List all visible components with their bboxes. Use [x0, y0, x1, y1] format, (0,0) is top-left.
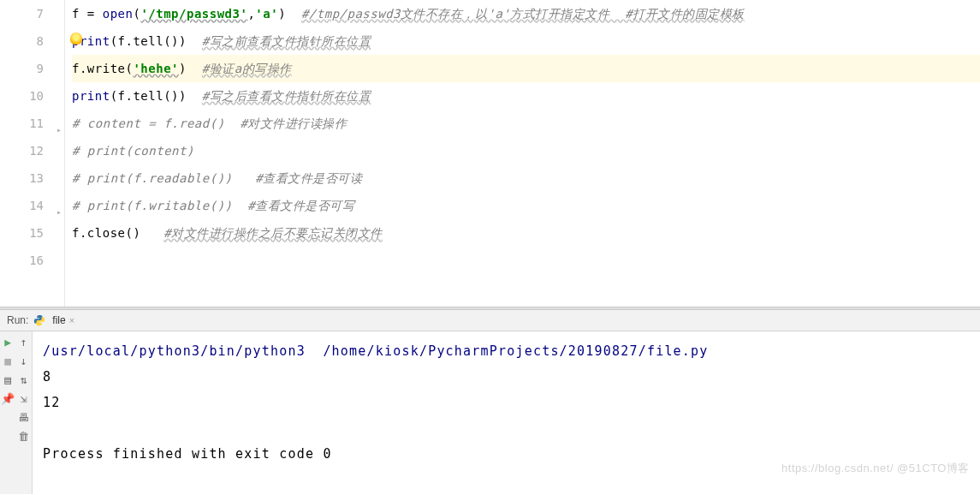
scroll-icon[interactable]: ⇲: [17, 391, 31, 405]
line-number: 11: [0, 110, 44, 137]
code-line-8[interactable]: print(f.tell()) #写之前查看文件指针所在位置: [72, 27, 980, 55]
code-line-13[interactable]: # print(f.readable()) #查看文件是否可读: [72, 164, 980, 192]
code-line-12[interactable]: # print(content): [72, 137, 980, 164]
console-command: /usr/local/python3/bin/python3 /home/kio…: [43, 338, 970, 364]
code-line-15[interactable]: f.close() #对文件进行操作之后不要忘记关闭文件: [72, 219, 980, 247]
code-area[interactable]: f = open('/tmp/passwd3','a') #/tmp/passw…: [65, 0, 980, 307]
down-icon[interactable]: ↓: [17, 354, 31, 367]
line-number: 7: [0, 0, 44, 27]
layout-icon[interactable]: ▤: [1, 373, 15, 386]
code-line-11[interactable]: ▸# content = f.read() #对文件进行读操作: [72, 110, 980, 137]
stop-icon[interactable]: ■: [1, 354, 15, 367]
watermark: https://blog.csdn.net/ @51CTO博客: [781, 461, 970, 476]
fold-icon[interactable]: ▸: [56, 199, 67, 209]
editor-pane: 7 8 9 10 11 12 13 14 15 16 f = open('/tm…: [0, 0, 980, 307]
code-line-7[interactable]: f = open('/tmp/passwd3','a') #/tmp/passw…: [72, 0, 980, 27]
line-gutter: 7 8 9 10 11 12 13 14 15 16: [0, 0, 65, 307]
python-icon: [33, 314, 45, 326]
bulb-icon[interactable]: [70, 33, 82, 45]
line-number: 12: [0, 137, 44, 164]
up-icon[interactable]: ↑: [17, 335, 31, 349]
code-line-10[interactable]: print(f.tell()) #写之后查看文件指针所在位置: [72, 82, 980, 110]
line-number: 15: [0, 219, 44, 247]
code-line-9[interactable]: f.write('hehe') #验证a的写操作: [72, 55, 980, 82]
close-icon[interactable]: ×: [69, 315, 74, 325]
run-label: Run:: [7, 314, 28, 326]
line-number: 10: [0, 82, 44, 110]
run-tool-header: Run: file ×: [0, 310, 980, 331]
line-number: 14: [0, 192, 44, 219]
pin-icon[interactable]: 📌: [1, 391, 15, 405]
code-line-14[interactable]: ▸# print(f.writable()) #查看文件是否可写: [72, 192, 980, 219]
trash-icon[interactable]: 🗑: [17, 429, 31, 443]
console-line: 12: [43, 390, 970, 415]
console-line: 8: [43, 364, 970, 390]
console-blank: [43, 415, 970, 441]
line-number: 16: [0, 247, 44, 274]
line-number: 9: [0, 55, 44, 82]
print-icon[interactable]: 🖶: [17, 410, 31, 424]
run-tab-label[interactable]: file: [52, 314, 65, 326]
code-line-16[interactable]: [72, 247, 980, 274]
run-icon[interactable]: ▶: [1, 335, 15, 349]
run-gutter: ▶ ■ ▤ 📌 ↑ ↓ ⇅ ⇲ 🖶 🗑: [0, 331, 33, 494]
line-number: 8: [0, 27, 44, 55]
line-number: 13: [0, 164, 44, 192]
fold-icon[interactable]: ▸: [56, 116, 67, 127]
wrap-icon[interactable]: ⇅: [17, 373, 31, 386]
